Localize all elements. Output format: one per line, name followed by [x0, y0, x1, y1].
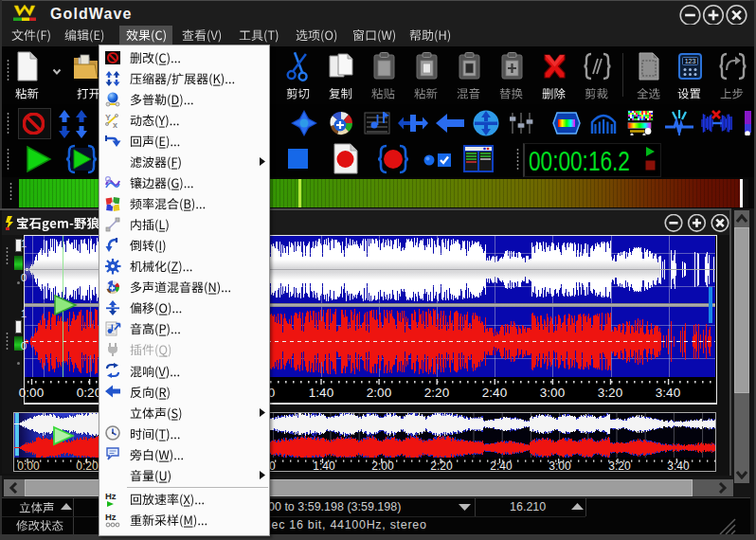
svg-text:x: x — [113, 120, 117, 129]
svg-text:Hz: Hz — [105, 513, 117, 522]
svg-text:123: 123 — [685, 58, 696, 64]
svg-text:Hz: Hz — [105, 492, 117, 501]
